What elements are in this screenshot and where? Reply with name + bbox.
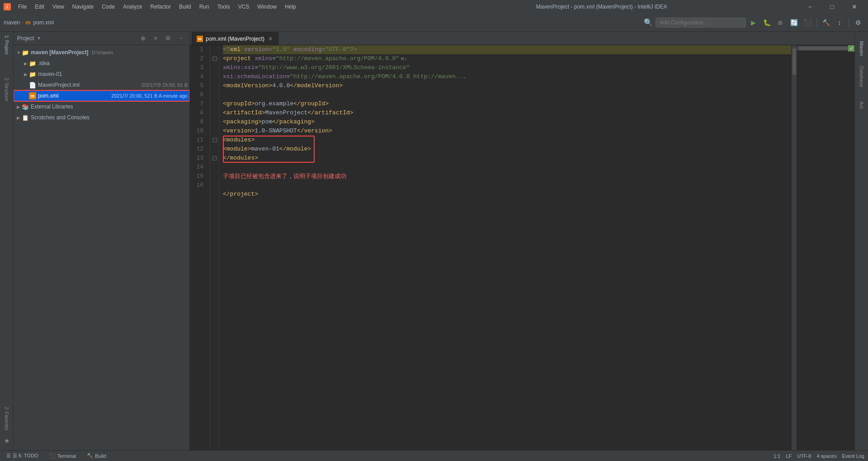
- code-text-4: xsi:schemaLocation="http://maven.apache.…: [223, 72, 466, 81]
- code-line-17: </project>: [223, 190, 791, 199]
- panel-title: Project: [17, 35, 34, 42]
- sidebar-structure-icon[interactable]: 2: Structure: [1, 76, 13, 103]
- ln-13: 13: [190, 154, 206, 163]
- menu-file[interactable]: File: [14, 3, 30, 11]
- coverage-button[interactable]: ⊕: [774, 16, 787, 29]
- close-panel-button[interactable]: −: [176, 33, 186, 43]
- code-line-1: <?xml version="1.0" encoding="UTF-8"?>: [223, 45, 791, 54]
- menu-view[interactable]: View: [49, 3, 68, 11]
- event-log-button[interactable]: Event Log: [842, 453, 864, 459]
- fold-marker-2[interactable]: −: [212, 56, 217, 61]
- tree-item-pomxml[interactable]: m pom.xml 2021/7/ 20:00, 521 B A minute …: [14, 90, 189, 101]
- gutter-15: [210, 172, 219, 181]
- locate-button[interactable]: ⊕: [138, 33, 148, 43]
- menu-analyze[interactable]: Analyze: [119, 3, 146, 11]
- minimize-button[interactable]: −: [800, 0, 820, 14]
- code-line-3: xmlns:xsi="http://www.w3.org/2001/XMLSch…: [223, 63, 791, 72]
- maximize-button[interactable]: □: [822, 0, 842, 14]
- code-line-15: 子项目已经被包含进来了，说明子项目创建成功: [223, 172, 791, 181]
- line-numbers: 1 2 3 4 5 6 7 8 9 10 11 12 13 14 15 16: [190, 45, 210, 450]
- ln-16: 16: [190, 181, 206, 190]
- ln-3: 3: [190, 63, 206, 72]
- title-bar: i File Edit View Navigate Code Analyze R…: [0, 0, 868, 14]
- code-text-7: <groupId>org.example</groupId>: [223, 99, 329, 108]
- arrow-idea: ▶: [23, 61, 29, 66]
- todo-tab[interactable]: ☰ ☰ 6: TODO: [4, 451, 41, 461]
- code-text-8: <artifactId>MavenProject</artifactId>: [223, 108, 354, 118]
- menu-edit[interactable]: Edit: [31, 3, 48, 11]
- code-text-2: <project xmlns="http://maven.apache.org/…: [223, 54, 399, 63]
- gutter-7: [210, 99, 219, 108]
- ln-2: 2: [190, 54, 206, 63]
- ln-4: 4: [190, 72, 206, 81]
- tree-item-maven-root[interactable]: ▼ 📁 maven [MavenProject] D:\maven: [14, 47, 189, 58]
- panel-dropdown-arrow[interactable]: ▼: [37, 36, 41, 41]
- build-button[interactable]: 🔨: [820, 16, 832, 29]
- tree-item-external-libs[interactable]: ▶ 📚 External Libraries: [14, 101, 189, 112]
- tree-item-iml[interactable]: 📄 MavenProject.iml 2021/7/9 19:50, 81 B: [14, 80, 189, 90]
- stop-button[interactable]: ⬛: [801, 16, 814, 29]
- update-button[interactable]: ↕: [833, 16, 846, 29]
- label-pomxml: pom.xml: [38, 93, 109, 99]
- tree-item-idea[interactable]: ▶ 📁 .idea: [14, 58, 189, 69]
- ln-5: 5: [190, 81, 206, 90]
- tab-label: pom.xml (MavenProject): [206, 36, 264, 42]
- menu-window[interactable]: Window: [254, 3, 280, 11]
- label-external-libs: External Libraries: [31, 103, 188, 110]
- sidebar-star-icon[interactable]: ★: [1, 435, 13, 447]
- window-title: MavenProject - pom.xml (MavenProject) - …: [407, 4, 797, 10]
- menu-build[interactable]: Build: [175, 3, 195, 11]
- sidebar-project-icon[interactable]: 1: Project: [1, 33, 13, 56]
- h-scroll-thumb[interactable]: [798, 47, 853, 50]
- build-icon: 🔨: [87, 453, 93, 459]
- terminal-tab[interactable]: ⬛ Terminal: [47, 451, 79, 461]
- fold-marker-11[interactable]: −: [212, 138, 217, 142]
- panel-header: Project ▼ ⊕ ≡ ⚙ −: [14, 32, 189, 45]
- code-line-8: <artifactId>MavenProject</artifactId>: [223, 108, 791, 118]
- gutter-12: [210, 145, 219, 154]
- code-text-10: <version>1.0-SNAPSHOT</version>: [223, 127, 332, 136]
- fold-marker-13[interactable]: −: [212, 156, 217, 160]
- tree-item-maven-01[interactable]: ▶ 📁 maven-01: [14, 69, 189, 80]
- database-panel-button[interactable]: Database: [856, 63, 868, 90]
- code-content[interactable]: <?xml version="1.0" encoding="UTF-8"?> <…: [219, 45, 791, 450]
- breadcrumb-pomxml[interactable]: pom.xml: [33, 19, 54, 26]
- code-line-5: <modelVersion>4.0.0</modelVersion>: [223, 81, 791, 90]
- menu-run[interactable]: Run: [196, 3, 213, 11]
- scroll-thumb[interactable]: [793, 48, 796, 75]
- scratch-icon: 📋: [22, 114, 29, 121]
- editor-tab-pomxml[interactable]: m pom.xml (MavenProject) ✕: [192, 32, 278, 45]
- run-config-input[interactable]: [656, 18, 746, 28]
- collapse-all-button[interactable]: ≡: [151, 33, 160, 43]
- maven-panel-button[interactable]: Maven: [856, 35, 868, 62]
- menu-code[interactable]: Code: [98, 3, 118, 11]
- tree-item-scratches[interactable]: ▶ 📋 Scratches and Consoles: [14, 112, 189, 123]
- ln-8: 8: [190, 108, 206, 118]
- menu-refactor[interactable]: Refactor: [147, 3, 175, 11]
- tab-close-button[interactable]: ✕: [267, 35, 274, 42]
- code-line-13: </modules>: [223, 154, 315, 163]
- gutter-9: [210, 118, 219, 127]
- settings-button[interactable]: ⚙: [852, 16, 864, 29]
- close-button[interactable]: ✕: [844, 0, 864, 14]
- indent-info: 4 spaces: [816, 453, 836, 459]
- editor-area: m pom.xml (MavenProject) ✕ ✓ 1 2 3 4 5 6…: [190, 32, 854, 450]
- build-tab[interactable]: 🔨 Build: [84, 451, 108, 461]
- ant-panel-button[interactable]: Ant: [856, 91, 868, 118]
- sidebar-favorites-icon[interactable]: 2: Favorites: [1, 405, 13, 432]
- breadcrumb-maven[interactable]: maven: [4, 19, 20, 26]
- search-everywhere-icon[interactable]: 🔍: [642, 16, 655, 29]
- code-editor[interactable]: 1 2 3 4 5 6 7 8 9 10 11 12 13 14 15 16: [190, 45, 797, 450]
- menu-help[interactable]: Help: [281, 3, 300, 11]
- settings-gear-icon[interactable]: ⚙: [163, 33, 173, 43]
- menu-vcs[interactable]: VCS: [235, 3, 253, 11]
- debug-button[interactable]: 🐛: [760, 16, 773, 29]
- menu-navigate[interactable]: Navigate: [69, 3, 97, 11]
- todo-label: ☰ 6: TODO: [13, 453, 38, 459]
- gutter-13: −: [210, 154, 219, 163]
- horizontal-scrollbar[interactable]: [797, 45, 854, 51]
- menu-tools[interactable]: Tools: [214, 3, 234, 11]
- profile-button[interactable]: 🔄: [788, 16, 800, 29]
- vertical-scrollbar[interactable]: [791, 45, 797, 450]
- run-button[interactable]: ▶: [747, 16, 760, 29]
